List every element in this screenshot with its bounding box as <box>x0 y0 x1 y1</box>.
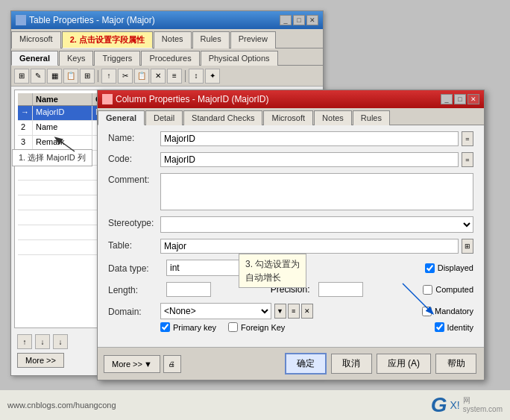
close-button[interactable]: ✕ <box>306 15 318 25</box>
toolbar-btn-7[interactable]: ✂ <box>118 69 133 84</box>
comment-textarea[interactable] <box>160 173 473 210</box>
domain-row: Domain: <None> ▼ ≡ ✕ Mandatory <box>108 303 473 319</box>
domain-clear-btn[interactable]: ✕ <box>301 304 313 319</box>
table-more-button[interactable]: More >> <box>17 353 64 368</box>
primary-key-checkbox[interactable] <box>160 322 170 332</box>
col-close-btn[interactable]: ✕ <box>468 94 479 104</box>
code-expand-btn[interactable]: = <box>462 152 473 167</box>
toolbar-btn-6[interactable]: ↑ <box>101 69 116 84</box>
col-maximize-btn[interactable]: □ <box>454 94 466 104</box>
domain-buttons: ▼ ≡ ✕ <box>274 304 313 319</box>
nav-down2-btn[interactable]: ↓ <box>53 334 68 349</box>
comment-label: Comment: <box>108 173 160 185</box>
computed-checkbox[interactable] <box>423 285 432 295</box>
minimize-button[interactable]: _ <box>280 15 292 25</box>
col-props-body: General Detail Standard Checks Microsoft… <box>98 108 484 380</box>
table-tab-bar: Microsoft 2. 点击设置字段属性 Notes Rules Previe… <box>11 29 323 48</box>
toolbar-btn-5[interactable]: ⊞ <box>80 69 95 84</box>
help-button[interactable]: 帮助 <box>435 354 476 374</box>
table-expand-btn[interactable]: ⊞ <box>462 239 473 254</box>
nav-up-btn[interactable]: ↑ <box>17 334 32 349</box>
name-expand-btn[interactable]: = <box>462 131 473 146</box>
toolbar-btn-8[interactable]: 📋 <box>134 69 149 84</box>
more-dropdown-icon: ▼ <box>144 360 152 369</box>
comment-field <box>160 173 473 210</box>
sub-tab-triggers[interactable]: Triggers <box>94 51 140 66</box>
code-field: = <box>160 152 473 167</box>
table-field: ⊞ <box>160 239 473 254</box>
computed-label: Computed <box>435 285 473 294</box>
col-minimize-btn[interactable]: _ <box>441 94 453 104</box>
toolbar-btn-4[interactable]: 📋 <box>63 69 78 84</box>
foreign-key-checkbox[interactable] <box>228 322 238 332</box>
col-more-button[interactable]: More >> ▼ <box>104 355 160 373</box>
col-tab-notes[interactable]: Notes <box>314 110 352 125</box>
domain-list-btn[interactable]: ≡ <box>288 304 300 319</box>
name-input[interactable] <box>160 131 459 146</box>
tab-rules[interactable]: Rules <box>192 31 230 48</box>
identity-checkbox[interactable] <box>435 322 444 332</box>
options-btn[interactable]: 🖨 <box>163 355 181 373</box>
table-input[interactable] <box>160 239 459 254</box>
watermark-url: www.cnblogs.com/huangcong <box>7 401 116 410</box>
ok-button[interactable]: 确定 <box>285 353 327 374</box>
sub-tab-procedures[interactable]: Procedures <box>141 51 199 66</box>
tab-preview[interactable]: Preview <box>230 31 276 48</box>
stereotype-select[interactable] <box>160 216 473 233</box>
fk-label: Foreign Key <box>241 323 285 332</box>
pk-label: Primary key <box>173 323 216 332</box>
primary-key-label: Primary key <box>160 322 216 332</box>
sub-tab-physical[interactable]: Physical Options <box>201 51 278 66</box>
apply-button[interactable]: 应用 (A) <box>377 354 431 374</box>
maximize-button[interactable]: □ <box>293 15 305 25</box>
toolbar-btn-2[interactable]: ✎ <box>31 69 45 84</box>
domain-down-btn[interactable]: ▼ <box>274 304 286 319</box>
toolbar-sep-2 <box>185 70 186 82</box>
toolbar-btn-12[interactable]: ✦ <box>205 69 220 84</box>
cancel-button[interactable]: 取消 <box>331 354 372 374</box>
table-props-title: Table Properties - Major (Major) <box>29 15 155 25</box>
toolbar-btn-9[interactable]: ✕ <box>151 69 166 84</box>
table-bottom-area: More >> <box>17 353 64 368</box>
toolbar: ⊞ ✎ ▦ 📋 ⊞ ↑ ✂ 📋 ✕ ≡ ↕ ✦ <box>11 66 323 87</box>
toolbar-btn-1[interactable]: ⊞ <box>14 69 29 84</box>
col-props-title: Column Properties - MajorID (MajorID) <box>116 94 268 104</box>
col-tab-rules[interactable]: Rules <box>353 110 390 125</box>
nav-down-btn[interactable]: ↓ <box>35 334 50 349</box>
displayed-label: Displayed <box>438 263 473 272</box>
mandatory-label: Mandatory <box>435 307 473 316</box>
identity-label: Identity <box>447 323 473 332</box>
identity-check-label: Identity <box>435 322 473 332</box>
tab-notes[interactable]: Notes <box>154 31 192 48</box>
col-form-area: Name: = Code: = Comment: <box>98 125 484 332</box>
tab-microsoft[interactable]: Microsoft <box>11 31 61 48</box>
stereotype-field <box>160 216 473 233</box>
col-tab-bar: General Detail Standard Checks Microsoft… <box>98 108 484 125</box>
step3-line1: 3. 勾选设置为 <box>245 257 300 271</box>
mandatory-checkbox[interactable] <box>422 307 432 316</box>
table-sub-tab-bar: General Keys Triggers Procedures Physica… <box>11 48 323 66</box>
domain-select[interactable]: <None> <box>160 303 271 319</box>
toolbar-btn-11[interactable]: ↕ <box>189 69 204 84</box>
domain-label: Domain: <box>108 305 160 317</box>
toolbar-btn-10[interactable]: ≡ <box>167 69 182 84</box>
step3-line2: 自动增长 <box>245 271 300 284</box>
col-tab-detail[interactable]: Detail <box>145 110 183 125</box>
sub-tab-keys[interactable]: Keys <box>59 51 93 66</box>
col-props-window: Column Properties - MajorID (MajorID) _ … <box>97 90 485 380</box>
computed-check-label: Computed <box>423 285 473 295</box>
watermark-g: G <box>431 393 447 417</box>
comment-row: Comment: <box>108 173 473 210</box>
table-window-icon <box>16 15 26 25</box>
displayed-checkbox[interactable] <box>425 263 435 273</box>
watermark-logo: G X! 网system.com <box>431 393 503 417</box>
length-input[interactable] <box>166 282 211 297</box>
col-tab-std-checks[interactable]: Standard Checks <box>183 110 262 125</box>
code-input[interactable] <box>160 152 459 167</box>
sub-tab-general[interactable]: General <box>11 51 58 66</box>
precision-input[interactable] <box>318 282 363 297</box>
col-tab-general[interactable]: General <box>98 110 145 125</box>
col-tab-microsoft[interactable]: Microsoft <box>263 110 313 125</box>
tab-fields[interactable]: 2. 点击设置字段属性 <box>62 31 153 48</box>
toolbar-btn-3[interactable]: ▦ <box>47 69 62 84</box>
